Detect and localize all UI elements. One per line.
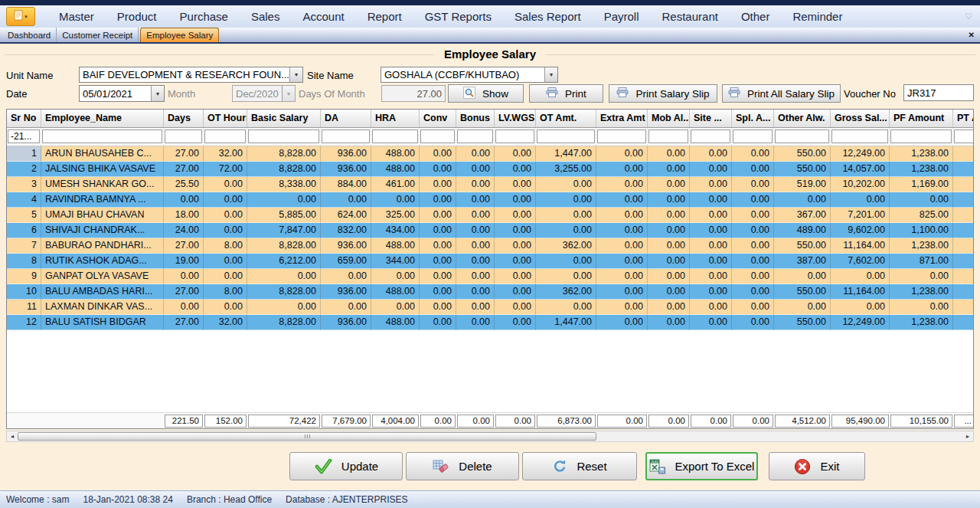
table-cell: 344.00 — [371, 254, 420, 269]
column-header-bonus[interactable]: Bonus — [456, 110, 495, 127]
table-cell: 0.00 — [536, 269, 596, 284]
column-header-days[interactable]: Days — [164, 110, 204, 127]
print-button[interactable]: Print — [529, 84, 603, 103]
table-row[interactable]: 4RAVINDRA BAMNYA ...0.000.000.000.000.00… — [7, 192, 973, 208]
voucher-no-field[interactable] — [903, 84, 974, 101]
update-button[interactable]: Update — [289, 452, 403, 480]
table-cell: 8,828.00 — [247, 238, 321, 254]
column-header-basic-salary[interactable]: Basic Salary — [247, 110, 321, 127]
column-header-ot-hours[interactable]: OT Hours — [204, 110, 247, 127]
menu-item-payroll[interactable]: Payroll — [593, 6, 651, 28]
column-header-hra[interactable]: HRA — [371, 110, 420, 127]
close-tab-icon[interactable]: ✕ — [969, 31, 975, 39]
filter-input[interactable] — [42, 129, 162, 143]
delete-button[interactable]: Delete — [406, 452, 519, 480]
chevron-down-icon[interactable]: ▾ — [151, 86, 164, 101]
scrollbar-thumb[interactable] — [18, 432, 596, 441]
tab-dashboard[interactable]: Dashboard — [2, 28, 57, 42]
table-cell: 6 — [7, 223, 41, 238]
menu-item-sales-report[interactable]: Sales Report — [503, 6, 593, 28]
unit-name-select[interactable]: BAIF DEVELOPMENT & RESEARCH FOUN... ▾ — [79, 67, 303, 83]
filter-input[interactable] — [775, 129, 829, 143]
filter-input[interactable] — [648, 129, 688, 143]
date-picker[interactable]: 05/01/2021 ▾ — [79, 85, 165, 102]
filter-input[interactable] — [831, 129, 888, 143]
filter-input[interactable] — [691, 129, 730, 143]
column-header-sr-no[interactable]: Sr No — [7, 110, 41, 127]
table-row[interactable]: 5UMAJI BHAU CHAVAN18.000.005,885.00624.0… — [7, 208, 973, 223]
filter-input[interactable] — [204, 129, 246, 143]
column-header-ot-amt[interactable]: OT Amt. — [536, 110, 596, 127]
filter-input[interactable]: -21... — [8, 129, 40, 143]
column-header-pt-amount[interactable]: PT Amount — [953, 110, 974, 127]
table-row[interactable]: 1ARUN BHAUSAHEB C...27.0032.008,828.0093… — [7, 146, 973, 162]
print-all-salary-slip-button[interactable]: Print All Salary Slip — [722, 84, 841, 103]
filter-input[interactable] — [248, 129, 319, 143]
table-cell: 0.00 — [536, 300, 596, 315]
column-header-pf-amount[interactable]: PF Amount — [890, 110, 953, 127]
menu-item-master[interactable]: Master — [47, 6, 106, 28]
column-header-mob-al[interactable]: Mob Al... — [648, 110, 690, 127]
exit-button[interactable]: Exit — [769, 452, 865, 480]
filter-input[interactable] — [322, 129, 370, 143]
filter-input[interactable] — [165, 129, 202, 143]
status-branch: Branch : Head Office — [187, 494, 272, 505]
tab-employee-salary[interactable]: Employee Salary — [140, 28, 219, 42]
table-row[interactable]: 6SHIVAJI CHANDRAK...24.000.007,847.00832… — [7, 223, 973, 238]
filter-input[interactable] — [457, 129, 493, 143]
table-cell: 0.00 — [420, 208, 456, 223]
column-header-extra-amt[interactable]: Extra Amt — [596, 110, 648, 127]
filter-input[interactable] — [597, 129, 646, 143]
table-cell — [953, 223, 974, 238]
chevron-down-icon[interactable]: ▾ — [289, 67, 302, 82]
menu-item-restaurant[interactable]: Restaurant — [651, 6, 730, 28]
table-cell: 0.00 — [420, 238, 456, 254]
column-header-other-alw[interactable]: Other Alw. — [774, 110, 831, 127]
filter-input[interactable] — [420, 129, 455, 143]
menu-item-sales[interactable]: Sales — [240, 6, 292, 28]
table-row[interactable]: 2JALSING BHIKA VASAVE27.0072.008,828.009… — [7, 162, 973, 177]
show-button[interactable]: Show — [448, 84, 524, 103]
filter-input[interactable] — [495, 129, 534, 143]
table-row[interactable]: 3UMESH SHANKAR GO...25.500.008,338.00884… — [7, 177, 973, 192]
table-cell: 0.00 — [204, 208, 247, 223]
table-row[interactable]: 12BALU SATISH BIDGAR27.0032.008,828.0093… — [7, 315, 973, 330]
menu-item-product[interactable]: Product — [106, 6, 168, 28]
menu-item-account[interactable]: Account — [291, 6, 355, 28]
chevron-down-icon[interactable]: ▾ — [544, 67, 557, 82]
table-cell: BALU AMBADAS HARI... — [41, 284, 164, 300]
app-menu-button[interactable]: ▾ — [6, 7, 35, 26]
horizontal-scrollbar[interactable]: ◄ ► — [6, 431, 974, 442]
scroll-left-arrow-icon[interactable]: ◄ — [8, 432, 17, 441]
filter-input[interactable] — [733, 129, 773, 143]
filter-input[interactable] — [890, 129, 952, 143]
table-row[interactable]: 9GANPAT OLYA VASAVE0.000.000.000.000.000… — [7, 269, 973, 284]
filter-input[interactable] — [537, 129, 595, 143]
column-header-gross-sal[interactable]: Gross Sal... — [831, 110, 890, 127]
filter-input[interactable] — [372, 129, 418, 143]
print-salary-slip-button[interactable]: Print Salary Slip — [609, 84, 717, 103]
table-cell: 0.00 — [596, 192, 648, 208]
favorite-heart-icon[interactable]: ♡ — [965, 11, 972, 21]
column-header-conv[interactable]: Conv — [420, 110, 456, 127]
menu-item-gst-reports[interactable]: GST Reports — [413, 6, 503, 28]
column-header-spl-a[interactable]: Spl. A... — [732, 110, 774, 127]
reset-button[interactable]: Reset — [522, 452, 637, 480]
column-header-employee-name[interactable]: Employee_Name — [41, 110, 164, 127]
filter-input[interactable] — [954, 129, 974, 143]
column-header-site[interactable]: Site ... — [690, 110, 732, 127]
scroll-right-arrow-icon[interactable]: ► — [963, 432, 972, 441]
site-name-select[interactable]: GOSHALA (CCBF/KHUTBAO) ▾ — [381, 67, 558, 83]
table-row[interactable]: 8RUTIK ASHOK ADAG...19.000.006,212.00659… — [7, 254, 973, 269]
menu-item-purchase[interactable]: Purchase — [168, 6, 240, 28]
menu-item-reminder[interactable]: Reminder — [781, 6, 854, 28]
table-row[interactable]: 7BABURAO PANDHARI...27.008.008,828.00936… — [7, 238, 973, 254]
menu-item-other[interactable]: Other — [730, 6, 782, 28]
table-row[interactable]: 10BALU AMBADAS HARI...27.008.008,828.009… — [7, 284, 973, 300]
table-row[interactable]: 11LAXMAN DINKAR VAS...0.000.000.000.000.… — [7, 300, 973, 315]
column-header-da[interactable]: DA — [321, 110, 371, 127]
tab-customer-receipt[interactable]: Customer Receipt — [57, 28, 139, 42]
menu-item-report[interactable]: Report — [356, 6, 413, 28]
export-to-excel-button[interactable]: XLSXExport To Excel — [645, 452, 758, 480]
column-header-lv-wgs[interactable]: LV.WGS — [495, 110, 536, 127]
